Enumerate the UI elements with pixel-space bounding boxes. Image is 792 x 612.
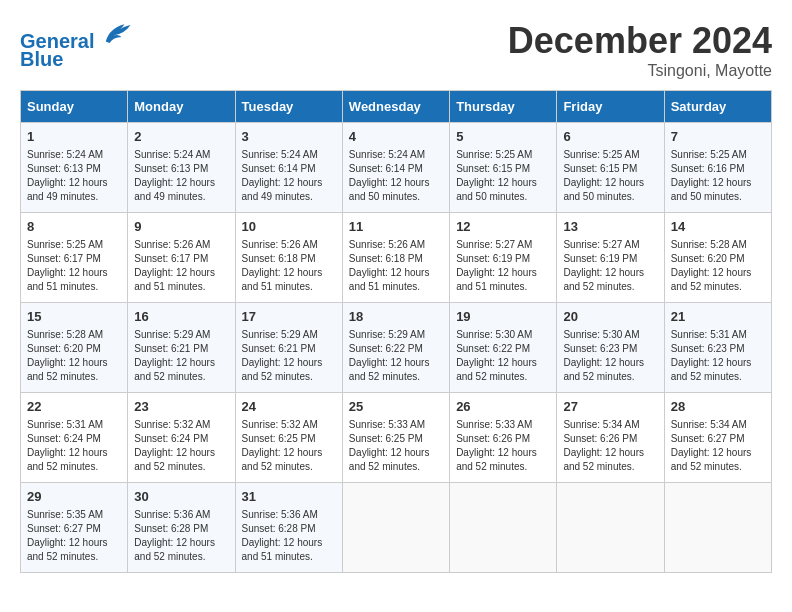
header-tuesday: Tuesday (235, 91, 342, 123)
day-number: 25 (349, 398, 443, 416)
day-info: Sunrise: 5:34 AM Sunset: 6:27 PM Dayligh… (671, 419, 752, 472)
day-info: Sunrise: 5:26 AM Sunset: 6:17 PM Dayligh… (134, 239, 215, 292)
day-info: Sunrise: 5:25 AM Sunset: 6:15 PM Dayligh… (456, 149, 537, 202)
day-number: 11 (349, 218, 443, 236)
day-info: Sunrise: 5:30 AM Sunset: 6:22 PM Dayligh… (456, 329, 537, 382)
calendar-week-row: 29Sunrise: 5:35 AM Sunset: 6:27 PM Dayli… (21, 483, 772, 573)
calendar-cell: 8Sunrise: 5:25 AM Sunset: 6:17 PM Daylig… (21, 213, 128, 303)
calendar-cell: 23Sunrise: 5:32 AM Sunset: 6:24 PM Dayli… (128, 393, 235, 483)
day-info: Sunrise: 5:25 AM Sunset: 6:16 PM Dayligh… (671, 149, 752, 202)
calendar-cell: 28Sunrise: 5:34 AM Sunset: 6:27 PM Dayli… (664, 393, 771, 483)
calendar-cell: 20Sunrise: 5:30 AM Sunset: 6:23 PM Dayli… (557, 303, 664, 393)
calendar-cell: 18Sunrise: 5:29 AM Sunset: 6:22 PM Dayli… (342, 303, 449, 393)
calendar-cell: 30Sunrise: 5:36 AM Sunset: 6:28 PM Dayli… (128, 483, 235, 573)
day-number: 18 (349, 308, 443, 326)
calendar-cell: 6Sunrise: 5:25 AM Sunset: 6:15 PM Daylig… (557, 123, 664, 213)
day-info: Sunrise: 5:25 AM Sunset: 6:15 PM Dayligh… (563, 149, 644, 202)
day-number: 27 (563, 398, 657, 416)
day-number: 28 (671, 398, 765, 416)
day-info: Sunrise: 5:26 AM Sunset: 6:18 PM Dayligh… (242, 239, 323, 292)
header-monday: Monday (128, 91, 235, 123)
calendar-cell: 5Sunrise: 5:25 AM Sunset: 6:15 PM Daylig… (450, 123, 557, 213)
location-subtitle: Tsingoni, Mayotte (508, 62, 772, 80)
day-info: Sunrise: 5:30 AM Sunset: 6:23 PM Dayligh… (563, 329, 644, 382)
day-number: 10 (242, 218, 336, 236)
day-info: Sunrise: 5:33 AM Sunset: 6:26 PM Dayligh… (456, 419, 537, 472)
day-info: Sunrise: 5:32 AM Sunset: 6:25 PM Dayligh… (242, 419, 323, 472)
day-number: 13 (563, 218, 657, 236)
day-info: Sunrise: 5:25 AM Sunset: 6:17 PM Dayligh… (27, 239, 108, 292)
day-info: Sunrise: 5:31 AM Sunset: 6:24 PM Dayligh… (27, 419, 108, 472)
calendar-cell: 29Sunrise: 5:35 AM Sunset: 6:27 PM Dayli… (21, 483, 128, 573)
calendar-cell: 14Sunrise: 5:28 AM Sunset: 6:20 PM Dayli… (664, 213, 771, 303)
day-number: 19 (456, 308, 550, 326)
header-thursday: Thursday (450, 91, 557, 123)
page-header: General Blue December 2024 Tsingoni, May… (20, 20, 772, 80)
calendar-cell: 27Sunrise: 5:34 AM Sunset: 6:26 PM Dayli… (557, 393, 664, 483)
logo-bird-icon (102, 20, 132, 48)
header-friday: Friday (557, 91, 664, 123)
calendar-cell: 7Sunrise: 5:25 AM Sunset: 6:16 PM Daylig… (664, 123, 771, 213)
day-number: 8 (27, 218, 121, 236)
header-sunday: Sunday (21, 91, 128, 123)
day-info: Sunrise: 5:36 AM Sunset: 6:28 PM Dayligh… (134, 509, 215, 562)
calendar-week-row: 8Sunrise: 5:25 AM Sunset: 6:17 PM Daylig… (21, 213, 772, 303)
day-info: Sunrise: 5:36 AM Sunset: 6:28 PM Dayligh… (242, 509, 323, 562)
day-number: 17 (242, 308, 336, 326)
day-number: 4 (349, 128, 443, 146)
day-number: 20 (563, 308, 657, 326)
calendar-cell (557, 483, 664, 573)
day-number: 5 (456, 128, 550, 146)
title-block: December 2024 Tsingoni, Mayotte (508, 20, 772, 80)
day-number: 15 (27, 308, 121, 326)
calendar-week-row: 22Sunrise: 5:31 AM Sunset: 6:24 PM Dayli… (21, 393, 772, 483)
header-saturday: Saturday (664, 91, 771, 123)
calendar-header-row: SundayMondayTuesdayWednesdayThursdayFrid… (21, 91, 772, 123)
calendar-week-row: 15Sunrise: 5:28 AM Sunset: 6:20 PM Dayli… (21, 303, 772, 393)
calendar-cell: 12Sunrise: 5:27 AM Sunset: 6:19 PM Dayli… (450, 213, 557, 303)
calendar-cell: 13Sunrise: 5:27 AM Sunset: 6:19 PM Dayli… (557, 213, 664, 303)
day-number: 9 (134, 218, 228, 236)
calendar-cell: 26Sunrise: 5:33 AM Sunset: 6:26 PM Dayli… (450, 393, 557, 483)
calendar-cell: 31Sunrise: 5:36 AM Sunset: 6:28 PM Dayli… (235, 483, 342, 573)
calendar-cell: 21Sunrise: 5:31 AM Sunset: 6:23 PM Dayli… (664, 303, 771, 393)
day-number: 26 (456, 398, 550, 416)
day-info: Sunrise: 5:31 AM Sunset: 6:23 PM Dayligh… (671, 329, 752, 382)
logo: General Blue (20, 20, 132, 71)
day-number: 21 (671, 308, 765, 326)
day-number: 24 (242, 398, 336, 416)
calendar-cell: 11Sunrise: 5:26 AM Sunset: 6:18 PM Dayli… (342, 213, 449, 303)
day-info: Sunrise: 5:24 AM Sunset: 6:13 PM Dayligh… (134, 149, 215, 202)
day-number: 6 (563, 128, 657, 146)
calendar-cell (664, 483, 771, 573)
calendar-cell: 22Sunrise: 5:31 AM Sunset: 6:24 PM Dayli… (21, 393, 128, 483)
day-info: Sunrise: 5:24 AM Sunset: 6:14 PM Dayligh… (349, 149, 430, 202)
day-info: Sunrise: 5:29 AM Sunset: 6:21 PM Dayligh… (134, 329, 215, 382)
calendar-cell: 25Sunrise: 5:33 AM Sunset: 6:25 PM Dayli… (342, 393, 449, 483)
day-info: Sunrise: 5:29 AM Sunset: 6:22 PM Dayligh… (349, 329, 430, 382)
calendar-cell: 3Sunrise: 5:24 AM Sunset: 6:14 PM Daylig… (235, 123, 342, 213)
day-number: 2 (134, 128, 228, 146)
day-info: Sunrise: 5:27 AM Sunset: 6:19 PM Dayligh… (563, 239, 644, 292)
day-number: 14 (671, 218, 765, 236)
day-info: Sunrise: 5:28 AM Sunset: 6:20 PM Dayligh… (27, 329, 108, 382)
day-info: Sunrise: 5:26 AM Sunset: 6:18 PM Dayligh… (349, 239, 430, 292)
month-title: December 2024 (508, 20, 772, 62)
calendar-week-row: 1Sunrise: 5:24 AM Sunset: 6:13 PM Daylig… (21, 123, 772, 213)
calendar-cell: 10Sunrise: 5:26 AM Sunset: 6:18 PM Dayli… (235, 213, 342, 303)
day-number: 23 (134, 398, 228, 416)
day-info: Sunrise: 5:33 AM Sunset: 6:25 PM Dayligh… (349, 419, 430, 472)
day-number: 3 (242, 128, 336, 146)
day-number: 1 (27, 128, 121, 146)
calendar-cell (450, 483, 557, 573)
calendar-cell: 24Sunrise: 5:32 AM Sunset: 6:25 PM Dayli… (235, 393, 342, 483)
day-info: Sunrise: 5:27 AM Sunset: 6:19 PM Dayligh… (456, 239, 537, 292)
day-info: Sunrise: 5:24 AM Sunset: 6:13 PM Dayligh… (27, 149, 108, 202)
calendar-cell: 16Sunrise: 5:29 AM Sunset: 6:21 PM Dayli… (128, 303, 235, 393)
calendar-table: SundayMondayTuesdayWednesdayThursdayFrid… (20, 90, 772, 573)
day-number: 30 (134, 488, 228, 506)
day-number: 16 (134, 308, 228, 326)
calendar-cell: 9Sunrise: 5:26 AM Sunset: 6:17 PM Daylig… (128, 213, 235, 303)
day-info: Sunrise: 5:24 AM Sunset: 6:14 PM Dayligh… (242, 149, 323, 202)
calendar-cell: 4Sunrise: 5:24 AM Sunset: 6:14 PM Daylig… (342, 123, 449, 213)
